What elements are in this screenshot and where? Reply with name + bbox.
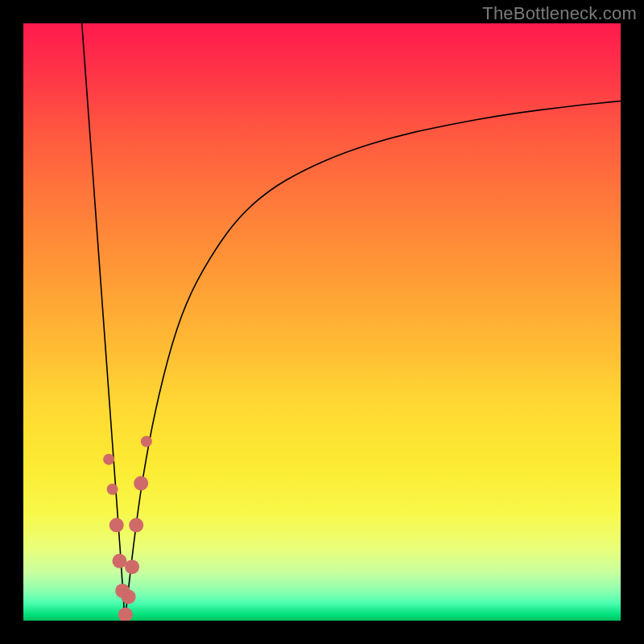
watermark-text: TheBottleneck.com [482, 3, 637, 24]
data-points-group [103, 436, 152, 621]
data-point [125, 559, 139, 574]
data-point [109, 518, 124, 532]
data-point [112, 554, 126, 568]
curve-right-branch [125, 101, 621, 621]
data-point [122, 589, 136, 604]
data-point [103, 454, 114, 465]
data-point [118, 608, 133, 621]
chart-area [23, 23, 621, 621]
chart-svg [23, 23, 621, 621]
data-point [134, 476, 148, 490]
data-point [141, 436, 152, 447]
data-point [129, 518, 143, 532]
data-point [107, 484, 118, 495]
